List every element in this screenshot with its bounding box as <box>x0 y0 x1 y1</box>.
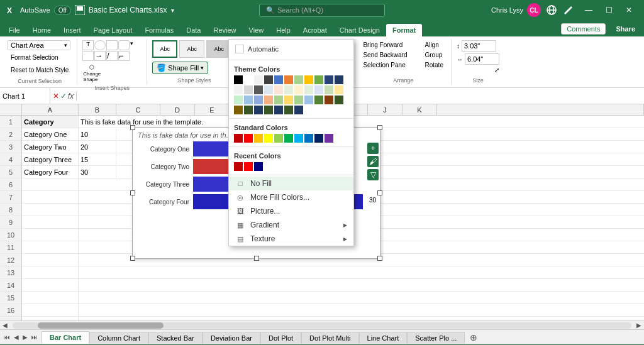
cell-a5[interactable]: Category Four <box>22 166 79 178</box>
cell-a16[interactable] <box>22 304 79 316</box>
cell-a13[interactable] <box>22 266 79 278</box>
tab-acrobat[interactable]: Acrobat <box>297 24 333 36</box>
align-button[interactable]: Align <box>422 40 445 50</box>
cell-a4[interactable]: Category Three <box>22 153 79 165</box>
group-button[interactable]: Group <box>422 50 445 60</box>
search-box[interactable]: 🔍 Search (Alt+Q) <box>259 4 385 17</box>
color-swatch[interactable] <box>254 106 263 114</box>
row-num-8[interactable]: 8 <box>0 204 21 216</box>
color-swatch[interactable] <box>294 134 303 143</box>
cell-a8[interactable] <box>22 204 79 216</box>
sheet-tab-scatter-plo[interactable]: Scatter Plo ... <box>407 332 465 344</box>
oval-shape[interactable] <box>94 40 106 50</box>
col-header-b[interactable]: B <box>79 104 116 115</box>
chart-add-element-button[interactable]: + <box>367 143 379 154</box>
color-swatch[interactable] <box>274 85 283 94</box>
color-swatch[interactable] <box>304 85 313 94</box>
width-input[interactable] <box>465 53 499 65</box>
color-swatch[interactable] <box>264 75 273 84</box>
row-num-15[interactable]: 15 <box>0 292 21 304</box>
selection-pane-button[interactable]: Selection Pane <box>360 60 409 70</box>
send-backward-button[interactable]: Send Backward <box>360 50 409 60</box>
tab-review[interactable]: Review <box>207 24 242 36</box>
row-num-1[interactable]: 1 <box>0 116 21 128</box>
rect-shape[interactable] <box>106 40 118 50</box>
tab-view[interactable]: View <box>243 24 270 36</box>
cell-a1[interactable]: Category <box>22 116 79 128</box>
col-header-d[interactable]: D <box>160 104 195 115</box>
cell-b3[interactable]: 20 <box>79 141 116 153</box>
more-shapes-icon[interactable]: ▾ <box>130 40 140 50</box>
color-swatch[interactable] <box>264 106 273 114</box>
color-swatch[interactable] <box>264 85 273 94</box>
row-num-7[interactable]: 7 <box>0 191 21 204</box>
cell-a7[interactable] <box>22 191 79 203</box>
row-num-2[interactable]: 2 <box>0 128 21 141</box>
color-swatch[interactable] <box>244 85 253 94</box>
color-swatch[interactable] <box>234 96 243 104</box>
style-swatch-2[interactable]: Abc <box>179 40 204 58</box>
color-swatch[interactable] <box>254 134 263 143</box>
formula-check-icon[interactable]: ✓ <box>60 92 67 101</box>
handle-tr[interactable] <box>377 125 382 130</box>
sheet-tab-dot-plot[interactable]: Dot Plot <box>260 332 301 344</box>
tab-format[interactable]: Format <box>386 24 422 36</box>
color-swatch[interactable] <box>244 134 253 143</box>
line-shape[interactable] <box>82 51 94 61</box>
autosave-toggle[interactable]: Off <box>54 6 71 15</box>
color-swatch[interactable] <box>304 75 313 84</box>
color-swatch[interactable] <box>274 96 283 104</box>
color-swatch[interactable] <box>325 96 333 104</box>
style-swatch-1[interactable]: Abc <box>152 40 177 58</box>
color-swatch[interactable] <box>254 75 263 84</box>
color-swatch[interactable] <box>234 134 243 143</box>
sheet-tab-dot-plot-multi[interactable]: Dot Plot Multi <box>301 332 358 344</box>
sheet-nav-prev[interactable]: ◀ <box>13 334 20 341</box>
tab-home[interactable]: Home <box>26 24 57 36</box>
arrow-shape[interactable]: → <box>94 51 106 61</box>
file-dropdown-icon[interactable]: ▾ <box>171 7 174 14</box>
color-swatch[interactable] <box>244 162 253 171</box>
sheet-nav-last[interactable]: ⏭ <box>30 334 39 341</box>
sheet-tab-deviation-bar[interactable]: Deviation Bar <box>203 332 260 344</box>
row-num-3[interactable]: 3 <box>0 141 21 153</box>
cell-a3[interactable]: Category Two <box>22 141 79 153</box>
color-swatch[interactable] <box>304 134 313 143</box>
scroll-right-button[interactable]: ▶ <box>634 322 644 329</box>
color-swatch[interactable] <box>335 85 343 94</box>
sheet-nav-first[interactable]: ⏮ <box>3 334 11 341</box>
row-num-12[interactable]: 12 <box>0 254 21 266</box>
cell-a2[interactable]: Category One <box>22 128 79 140</box>
handle-bm[interactable] <box>254 256 259 261</box>
color-swatch[interactable] <box>335 96 343 104</box>
col-header-c[interactable]: C <box>116 104 160 115</box>
col-header-j[interactable]: J <box>368 104 402 115</box>
color-swatch[interactable] <box>274 134 283 143</box>
sheet-tab-line-chart[interactable]: Line Chart <box>359 332 408 344</box>
bring-forward-button[interactable]: Bring Forward <box>360 40 409 50</box>
cell-a9[interactable] <box>22 216 79 228</box>
scroll-track[interactable] <box>13 322 631 329</box>
more-fill-colors-item[interactable]: ◎ More Fill Colors... <box>229 190 353 204</box>
shape-grid-more[interactable] <box>130 51 142 61</box>
color-swatch[interactable] <box>264 134 273 143</box>
row-num-14[interactable]: 14 <box>0 279 21 292</box>
formula-x-icon[interactable]: ✕ <box>53 92 59 101</box>
chart-filter-button[interactable]: ▽ <box>367 169 379 180</box>
tab-formulas[interactable]: Formulas <box>138 24 180 36</box>
rotate-button[interactable]: Rotate <box>422 60 445 70</box>
tab-chart-design[interactable]: Chart Design <box>333 24 386 36</box>
format-selection-button[interactable]: Format Selection <box>8 52 72 63</box>
col-header-e[interactable]: E <box>195 104 230 115</box>
close-button[interactable]: ✕ <box>619 3 639 17</box>
row-num-6[interactable]: 6 <box>0 178 21 191</box>
color-swatch[interactable] <box>234 75 243 84</box>
row-num-13[interactable]: 13 <box>0 266 21 279</box>
cell-a10[interactable] <box>22 229 79 241</box>
color-swatch[interactable] <box>244 75 253 84</box>
save-icon[interactable] <box>75 5 85 15</box>
row-num-10[interactable]: 10 <box>0 229 21 241</box>
color-swatch[interactable] <box>244 106 253 114</box>
color-swatch[interactable] <box>264 96 273 104</box>
picture-item[interactable]: 🖼 Picture... <box>229 204 353 218</box>
